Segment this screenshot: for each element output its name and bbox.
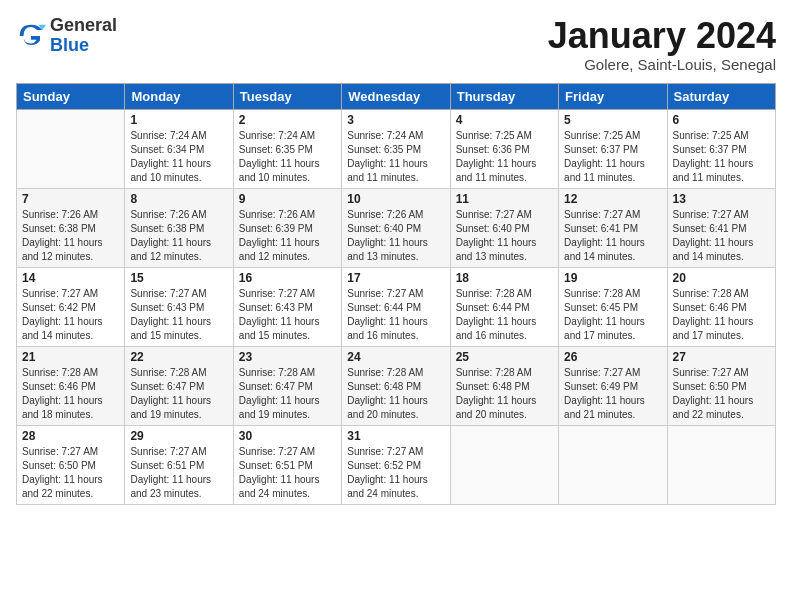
calendar-cell: 13Sunrise: 7:27 AM Sunset: 6:41 PM Dayli… [667, 188, 775, 267]
calendar-week-4: 21Sunrise: 7:28 AM Sunset: 6:46 PM Dayli… [17, 346, 776, 425]
day-info: Sunrise: 7:25 AM Sunset: 6:37 PM Dayligh… [564, 129, 661, 185]
day-info: Sunrise: 7:27 AM Sunset: 6:50 PM Dayligh… [22, 445, 119, 501]
calendar-cell: 6Sunrise: 7:25 AM Sunset: 6:37 PM Daylig… [667, 109, 775, 188]
day-header-friday: Friday [559, 83, 667, 109]
day-header-thursday: Thursday [450, 83, 558, 109]
day-number: 2 [239, 113, 336, 127]
calendar-cell: 12Sunrise: 7:27 AM Sunset: 6:41 PM Dayli… [559, 188, 667, 267]
calendar-cell [17, 109, 125, 188]
day-info: Sunrise: 7:27 AM Sunset: 6:43 PM Dayligh… [130, 287, 227, 343]
calendar-cell: 7Sunrise: 7:26 AM Sunset: 6:38 PM Daylig… [17, 188, 125, 267]
day-info: Sunrise: 7:24 AM Sunset: 6:34 PM Dayligh… [130, 129, 227, 185]
day-info: Sunrise: 7:27 AM Sunset: 6:51 PM Dayligh… [130, 445, 227, 501]
day-info: Sunrise: 7:26 AM Sunset: 6:38 PM Dayligh… [22, 208, 119, 264]
calendar-cell: 8Sunrise: 7:26 AM Sunset: 6:38 PM Daylig… [125, 188, 233, 267]
day-number: 27 [673, 350, 770, 364]
day-header-wednesday: Wednesday [342, 83, 450, 109]
calendar-cell: 23Sunrise: 7:28 AM Sunset: 6:47 PM Dayli… [233, 346, 341, 425]
day-number: 20 [673, 271, 770, 285]
calendar-cell: 29Sunrise: 7:27 AM Sunset: 6:51 PM Dayli… [125, 425, 233, 504]
day-info: Sunrise: 7:27 AM Sunset: 6:49 PM Dayligh… [564, 366, 661, 422]
logo-icon [16, 21, 46, 51]
month-title: January 2024 [548, 16, 776, 56]
day-number: 7 [22, 192, 119, 206]
calendar-cell: 1Sunrise: 7:24 AM Sunset: 6:34 PM Daylig… [125, 109, 233, 188]
calendar-cell: 26Sunrise: 7:27 AM Sunset: 6:49 PM Dayli… [559, 346, 667, 425]
calendar-cell: 3Sunrise: 7:24 AM Sunset: 6:35 PM Daylig… [342, 109, 450, 188]
calendar-cell: 19Sunrise: 7:28 AM Sunset: 6:45 PM Dayli… [559, 267, 667, 346]
calendar-cell: 16Sunrise: 7:27 AM Sunset: 6:43 PM Dayli… [233, 267, 341, 346]
day-number: 12 [564, 192, 661, 206]
day-info: Sunrise: 7:27 AM Sunset: 6:44 PM Dayligh… [347, 287, 444, 343]
day-info: Sunrise: 7:26 AM Sunset: 6:39 PM Dayligh… [239, 208, 336, 264]
calendar-cell: 18Sunrise: 7:28 AM Sunset: 6:44 PM Dayli… [450, 267, 558, 346]
day-info: Sunrise: 7:27 AM Sunset: 6:43 PM Dayligh… [239, 287, 336, 343]
day-number: 6 [673, 113, 770, 127]
day-info: Sunrise: 7:24 AM Sunset: 6:35 PM Dayligh… [239, 129, 336, 185]
day-number: 16 [239, 271, 336, 285]
day-number: 19 [564, 271, 661, 285]
title-block: January 2024 Golere, Saint-Louis, Senega… [548, 16, 776, 73]
calendar-cell: 31Sunrise: 7:27 AM Sunset: 6:52 PM Dayli… [342, 425, 450, 504]
calendar-cell: 2Sunrise: 7:24 AM Sunset: 6:35 PM Daylig… [233, 109, 341, 188]
calendar-cell: 22Sunrise: 7:28 AM Sunset: 6:47 PM Dayli… [125, 346, 233, 425]
day-number: 11 [456, 192, 553, 206]
day-info: Sunrise: 7:28 AM Sunset: 6:46 PM Dayligh… [673, 287, 770, 343]
day-header-monday: Monday [125, 83, 233, 109]
day-number: 9 [239, 192, 336, 206]
day-info: Sunrise: 7:28 AM Sunset: 6:48 PM Dayligh… [456, 366, 553, 422]
day-info: Sunrise: 7:27 AM Sunset: 6:52 PM Dayligh… [347, 445, 444, 501]
day-number: 8 [130, 192, 227, 206]
day-number: 29 [130, 429, 227, 443]
day-number: 3 [347, 113, 444, 127]
day-info: Sunrise: 7:25 AM Sunset: 6:37 PM Dayligh… [673, 129, 770, 185]
day-number: 24 [347, 350, 444, 364]
day-number: 4 [456, 113, 553, 127]
day-number: 21 [22, 350, 119, 364]
location: Golere, Saint-Louis, Senegal [548, 56, 776, 73]
calendar-cell: 15Sunrise: 7:27 AM Sunset: 6:43 PM Dayli… [125, 267, 233, 346]
calendar-table: SundayMondayTuesdayWednesdayThursdayFrid… [16, 83, 776, 505]
day-info: Sunrise: 7:25 AM Sunset: 6:36 PM Dayligh… [456, 129, 553, 185]
calendar-cell: 30Sunrise: 7:27 AM Sunset: 6:51 PM Dayli… [233, 425, 341, 504]
day-info: Sunrise: 7:27 AM Sunset: 6:50 PM Dayligh… [673, 366, 770, 422]
day-number: 1 [130, 113, 227, 127]
days-header-row: SundayMondayTuesdayWednesdayThursdayFrid… [17, 83, 776, 109]
day-info: Sunrise: 7:26 AM Sunset: 6:40 PM Dayligh… [347, 208, 444, 264]
day-number: 5 [564, 113, 661, 127]
day-number: 18 [456, 271, 553, 285]
day-number: 15 [130, 271, 227, 285]
logo-blue-text: Blue [50, 35, 89, 55]
day-info: Sunrise: 7:26 AM Sunset: 6:38 PM Dayligh… [130, 208, 227, 264]
day-info: Sunrise: 7:28 AM Sunset: 6:47 PM Dayligh… [239, 366, 336, 422]
day-number: 10 [347, 192, 444, 206]
day-number: 28 [22, 429, 119, 443]
logo: General Blue [16, 16, 117, 56]
calendar-week-1: 1Sunrise: 7:24 AM Sunset: 6:34 PM Daylig… [17, 109, 776, 188]
day-number: 30 [239, 429, 336, 443]
day-number: 22 [130, 350, 227, 364]
day-info: Sunrise: 7:27 AM Sunset: 6:41 PM Dayligh… [564, 208, 661, 264]
calendar-cell: 25Sunrise: 7:28 AM Sunset: 6:48 PM Dayli… [450, 346, 558, 425]
calendar-cell: 9Sunrise: 7:26 AM Sunset: 6:39 PM Daylig… [233, 188, 341, 267]
day-header-saturday: Saturday [667, 83, 775, 109]
calendar-cell: 17Sunrise: 7:27 AM Sunset: 6:44 PM Dayli… [342, 267, 450, 346]
calendar-week-3: 14Sunrise: 7:27 AM Sunset: 6:42 PM Dayli… [17, 267, 776, 346]
day-info: Sunrise: 7:28 AM Sunset: 6:46 PM Dayligh… [22, 366, 119, 422]
day-info: Sunrise: 7:28 AM Sunset: 6:44 PM Dayligh… [456, 287, 553, 343]
header: General Blue January 2024 Golere, Saint-… [16, 16, 776, 73]
day-number: 25 [456, 350, 553, 364]
calendar-cell: 10Sunrise: 7:26 AM Sunset: 6:40 PM Dayli… [342, 188, 450, 267]
calendar-cell: 14Sunrise: 7:27 AM Sunset: 6:42 PM Dayli… [17, 267, 125, 346]
day-header-sunday: Sunday [17, 83, 125, 109]
calendar-week-5: 28Sunrise: 7:27 AM Sunset: 6:50 PM Dayli… [17, 425, 776, 504]
calendar-week-2: 7Sunrise: 7:26 AM Sunset: 6:38 PM Daylig… [17, 188, 776, 267]
day-number: 14 [22, 271, 119, 285]
day-number: 26 [564, 350, 661, 364]
calendar-cell: 20Sunrise: 7:28 AM Sunset: 6:46 PM Dayli… [667, 267, 775, 346]
day-number: 17 [347, 271, 444, 285]
calendar-cell: 28Sunrise: 7:27 AM Sunset: 6:50 PM Dayli… [17, 425, 125, 504]
calendar-cell: 24Sunrise: 7:28 AM Sunset: 6:48 PM Dayli… [342, 346, 450, 425]
calendar-cell [559, 425, 667, 504]
page-container: General Blue January 2024 Golere, Saint-… [0, 0, 792, 612]
